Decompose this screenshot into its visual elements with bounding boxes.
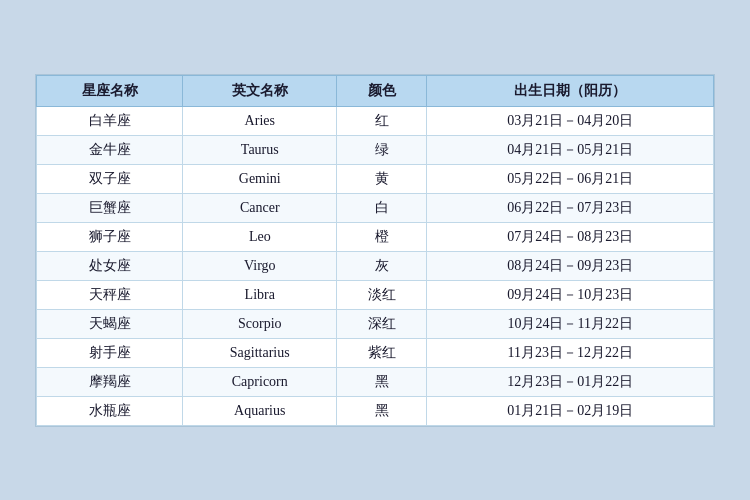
table-row: 白羊座Aries红03月21日－04月20日 xyxy=(37,106,714,135)
table-row: 天秤座Libra淡红09月24日－10月23日 xyxy=(37,280,714,309)
cell-chinese: 狮子座 xyxy=(37,222,183,251)
cell-chinese: 金牛座 xyxy=(37,135,183,164)
cell-dates: 03月21日－04月20日 xyxy=(427,106,714,135)
cell-dates: 05月22日－06月21日 xyxy=(427,164,714,193)
cell-dates: 11月23日－12月22日 xyxy=(427,338,714,367)
cell-english: Libra xyxy=(183,280,337,309)
table-row: 双子座Gemini黄05月22日－06月21日 xyxy=(37,164,714,193)
cell-chinese: 双子座 xyxy=(37,164,183,193)
cell-english: Taurus xyxy=(183,135,337,164)
table-header-row: 星座名称 英文名称 颜色 出生日期（阳历） xyxy=(37,75,714,106)
table-row: 巨蟹座Cancer白06月22日－07月23日 xyxy=(37,193,714,222)
cell-color: 黑 xyxy=(337,367,427,396)
table-row: 水瓶座Aquarius黑01月21日－02月19日 xyxy=(37,396,714,425)
cell-english: Gemini xyxy=(183,164,337,193)
cell-dates: 09月24日－10月23日 xyxy=(427,280,714,309)
cell-color: 红 xyxy=(337,106,427,135)
table-row: 狮子座Leo橙07月24日－08月23日 xyxy=(37,222,714,251)
cell-chinese: 巨蟹座 xyxy=(37,193,183,222)
table-row: 射手座Sagittarius紫红11月23日－12月22日 xyxy=(37,338,714,367)
cell-english: Virgo xyxy=(183,251,337,280)
table-row: 处女座Virgo灰08月24日－09月23日 xyxy=(37,251,714,280)
cell-english: Capricorn xyxy=(183,367,337,396)
cell-chinese: 射手座 xyxy=(37,338,183,367)
table-row: 摩羯座Capricorn黑12月23日－01月22日 xyxy=(37,367,714,396)
cell-english: Aquarius xyxy=(183,396,337,425)
cell-color: 橙 xyxy=(337,222,427,251)
cell-color: 淡红 xyxy=(337,280,427,309)
cell-english: Cancer xyxy=(183,193,337,222)
cell-chinese: 水瓶座 xyxy=(37,396,183,425)
cell-chinese: 摩羯座 xyxy=(37,367,183,396)
cell-color: 紫红 xyxy=(337,338,427,367)
cell-english: Aries xyxy=(183,106,337,135)
zodiac-table-wrapper: 星座名称 英文名称 颜色 出生日期（阳历） 白羊座Aries红03月21日－04… xyxy=(35,74,715,427)
cell-dates: 01月21日－02月19日 xyxy=(427,396,714,425)
cell-dates: 07月24日－08月23日 xyxy=(427,222,714,251)
table-row: 金牛座Taurus绿04月21日－05月21日 xyxy=(37,135,714,164)
table-row: 天蝎座Scorpio深红10月24日－11月22日 xyxy=(37,309,714,338)
cell-chinese: 白羊座 xyxy=(37,106,183,135)
cell-color: 黄 xyxy=(337,164,427,193)
cell-dates: 10月24日－11月22日 xyxy=(427,309,714,338)
cell-color: 深红 xyxy=(337,309,427,338)
table-body: 白羊座Aries红03月21日－04月20日金牛座Taurus绿04月21日－0… xyxy=(37,106,714,425)
header-color: 颜色 xyxy=(337,75,427,106)
cell-color: 白 xyxy=(337,193,427,222)
cell-dates: 06月22日－07月23日 xyxy=(427,193,714,222)
cell-chinese: 天秤座 xyxy=(37,280,183,309)
cell-chinese: 处女座 xyxy=(37,251,183,280)
cell-dates: 08月24日－09月23日 xyxy=(427,251,714,280)
cell-english: Sagittarius xyxy=(183,338,337,367)
cell-chinese: 天蝎座 xyxy=(37,309,183,338)
zodiac-table: 星座名称 英文名称 颜色 出生日期（阳历） 白羊座Aries红03月21日－04… xyxy=(36,75,714,426)
cell-dates: 04月21日－05月21日 xyxy=(427,135,714,164)
cell-english: Leo xyxy=(183,222,337,251)
header-english-name: 英文名称 xyxy=(183,75,337,106)
header-chinese-name: 星座名称 xyxy=(37,75,183,106)
cell-color: 灰 xyxy=(337,251,427,280)
cell-color: 绿 xyxy=(337,135,427,164)
cell-dates: 12月23日－01月22日 xyxy=(427,367,714,396)
cell-english: Scorpio xyxy=(183,309,337,338)
cell-color: 黑 xyxy=(337,396,427,425)
header-dates: 出生日期（阳历） xyxy=(427,75,714,106)
